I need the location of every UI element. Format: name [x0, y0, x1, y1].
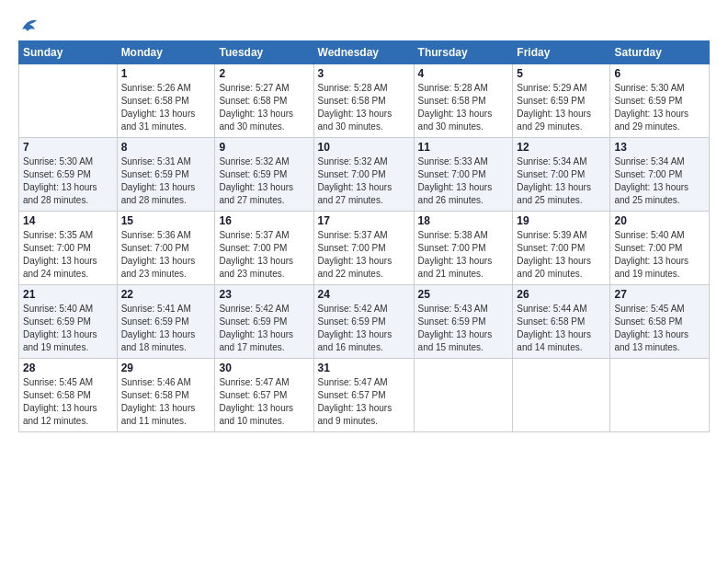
day-number: 13 — [614, 141, 705, 154]
day-info: Sunrise: 5:33 AM Sunset: 7:00 PM Dayligh… — [418, 155, 509, 207]
calendar-cell — [513, 359, 610, 432]
day-info: Sunrise: 5:35 AM Sunset: 7:00 PM Dayligh… — [23, 229, 113, 281]
calendar-cell: 31Sunrise: 5:47 AM Sunset: 6:57 PM Dayli… — [313, 359, 414, 432]
day-number: 22 — [121, 288, 211, 301]
calendar-cell: 26Sunrise: 5:44 AM Sunset: 6:58 PM Dayli… — [513, 285, 610, 359]
day-info: Sunrise: 5:30 AM Sunset: 6:59 PM Dayligh… — [23, 155, 113, 207]
day-info: Sunrise: 5:37 AM Sunset: 7:00 PM Dayligh… — [318, 229, 410, 281]
day-info: Sunrise: 5:42 AM Sunset: 6:59 PM Dayligh… — [219, 303, 309, 354]
day-number: 7 — [23, 141, 113, 154]
calendar-cell: 6Sunrise: 5:30 AM Sunset: 6:59 PM Daylig… — [610, 64, 710, 138]
weekday-header-row: SundayMondayTuesdayWednesdayThursdayFrid… — [19, 41, 710, 64]
calendar-cell: 17Sunrise: 5:37 AM Sunset: 7:00 PM Dayli… — [313, 212, 414, 285]
calendar-cell — [19, 64, 118, 138]
day-number: 25 — [418, 288, 509, 301]
calendar-cell: 13Sunrise: 5:34 AM Sunset: 7:00 PM Dayli… — [610, 138, 710, 212]
day-info: Sunrise: 5:40 AM Sunset: 7:00 PM Dayligh… — [614, 229, 705, 281]
day-number: 6 — [614, 67, 705, 80]
day-number: 2 — [219, 67, 309, 80]
day-info: Sunrise: 5:47 AM Sunset: 6:57 PM Dayligh… — [219, 376, 309, 428]
calendar-cell: 27Sunrise: 5:45 AM Sunset: 6:58 PM Dayli… — [610, 285, 710, 359]
day-info: Sunrise: 5:43 AM Sunset: 6:59 PM Dayligh… — [418, 303, 509, 354]
day-number: 15 — [121, 214, 211, 227]
calendar-cell: 20Sunrise: 5:40 AM Sunset: 7:00 PM Dayli… — [610, 212, 710, 285]
week-row-3: 14Sunrise: 5:35 AM Sunset: 7:00 PM Dayli… — [19, 212, 710, 285]
day-info: Sunrise: 5:41 AM Sunset: 6:59 PM Dayligh… — [121, 303, 211, 354]
calendar-cell: 21Sunrise: 5:40 AM Sunset: 6:59 PM Dayli… — [19, 285, 118, 359]
day-number: 10 — [318, 141, 410, 154]
logo-text — [18, 17, 39, 33]
day-number: 18 — [418, 214, 509, 227]
weekday-header-tuesday: Tuesday — [215, 41, 313, 64]
calendar-cell: 5Sunrise: 5:29 AM Sunset: 6:59 PM Daylig… — [513, 64, 610, 138]
calendar-cell: 22Sunrise: 5:41 AM Sunset: 6:59 PM Dayli… — [117, 285, 215, 359]
day-number: 3 — [318, 67, 410, 80]
weekday-header-thursday: Thursday — [414, 41, 513, 64]
calendar-table: SundayMondayTuesdayWednesdayThursdayFrid… — [18, 40, 710, 432]
calendar-header: SundayMondayTuesdayWednesdayThursdayFrid… — [19, 41, 710, 64]
day-info: Sunrise: 5:29 AM Sunset: 6:59 PM Dayligh… — [517, 82, 606, 133]
day-number: 16 — [219, 214, 309, 227]
day-info: Sunrise: 5:45 AM Sunset: 6:58 PM Dayligh… — [614, 303, 705, 354]
day-info: Sunrise: 5:27 AM Sunset: 6:58 PM Dayligh… — [219, 82, 309, 133]
calendar-cell: 15Sunrise: 5:36 AM Sunset: 7:00 PM Dayli… — [117, 212, 215, 285]
weekday-header-friday: Friday — [513, 41, 610, 64]
header — [18, 17, 710, 31]
day-number: 17 — [318, 214, 410, 227]
calendar-cell: 28Sunrise: 5:45 AM Sunset: 6:58 PM Dayli… — [19, 359, 118, 432]
day-info: Sunrise: 5:34 AM Sunset: 7:00 PM Dayligh… — [517, 155, 606, 207]
day-number: 27 — [614, 288, 705, 301]
day-number: 1 — [121, 67, 211, 80]
day-number: 23 — [219, 288, 309, 301]
day-number: 4 — [418, 67, 509, 80]
day-info: Sunrise: 5:28 AM Sunset: 6:58 PM Dayligh… — [418, 82, 509, 133]
weekday-header-saturday: Saturday — [610, 41, 710, 64]
day-number: 8 — [121, 141, 211, 154]
weekday-header-monday: Monday — [117, 41, 215, 64]
day-info: Sunrise: 5:31 AM Sunset: 6:59 PM Dayligh… — [121, 155, 211, 207]
calendar-cell: 1Sunrise: 5:26 AM Sunset: 6:58 PM Daylig… — [117, 64, 215, 138]
day-info: Sunrise: 5:34 AM Sunset: 7:00 PM Dayligh… — [614, 155, 705, 207]
calendar-cell: 25Sunrise: 5:43 AM Sunset: 6:59 PM Dayli… — [414, 285, 513, 359]
day-info: Sunrise: 5:39 AM Sunset: 7:00 PM Dayligh… — [517, 229, 606, 281]
day-number: 29 — [121, 362, 211, 374]
calendar-cell: 24Sunrise: 5:42 AM Sunset: 6:59 PM Dayli… — [313, 285, 414, 359]
day-info: Sunrise: 5:38 AM Sunset: 7:00 PM Dayligh… — [418, 229, 509, 281]
calendar-cell: 4Sunrise: 5:28 AM Sunset: 6:58 PM Daylig… — [414, 64, 513, 138]
weekday-header-wednesday: Wednesday — [313, 41, 414, 64]
day-number: 12 — [517, 141, 606, 154]
logo — [18, 17, 39, 31]
day-info: Sunrise: 5:26 AM Sunset: 6:58 PM Dayligh… — [121, 82, 211, 133]
day-info: Sunrise: 5:44 AM Sunset: 6:58 PM Dayligh… — [517, 303, 606, 354]
weekday-header-sunday: Sunday — [19, 41, 118, 64]
day-number: 30 — [219, 362, 309, 374]
day-info: Sunrise: 5:28 AM Sunset: 6:58 PM Dayligh… — [318, 82, 410, 133]
calendar-cell — [414, 359, 513, 432]
calendar-cell: 29Sunrise: 5:46 AM Sunset: 6:58 PM Dayli… — [117, 359, 215, 432]
day-info: Sunrise: 5:46 AM Sunset: 6:58 PM Dayligh… — [121, 376, 211, 428]
day-number: 20 — [614, 214, 705, 227]
calendar-cell — [610, 359, 710, 432]
calendar-cell: 11Sunrise: 5:33 AM Sunset: 7:00 PM Dayli… — [414, 138, 513, 212]
calendar-cell: 7Sunrise: 5:30 AM Sunset: 6:59 PM Daylig… — [19, 138, 118, 212]
calendar-cell: 10Sunrise: 5:32 AM Sunset: 7:00 PM Dayli… — [313, 138, 414, 212]
calendar-cell: 9Sunrise: 5:32 AM Sunset: 6:59 PM Daylig… — [215, 138, 313, 212]
week-row-5: 28Sunrise: 5:45 AM Sunset: 6:58 PM Dayli… — [19, 359, 710, 432]
day-info: Sunrise: 5:37 AM Sunset: 7:00 PM Dayligh… — [219, 229, 309, 281]
calendar-cell: 2Sunrise: 5:27 AM Sunset: 6:58 PM Daylig… — [215, 64, 313, 138]
calendar-cell: 30Sunrise: 5:47 AM Sunset: 6:57 PM Dayli… — [215, 359, 313, 432]
day-info: Sunrise: 5:36 AM Sunset: 7:00 PM Dayligh… — [121, 229, 211, 281]
day-info: Sunrise: 5:45 AM Sunset: 6:58 PM Dayligh… — [23, 376, 113, 428]
page: SundayMondayTuesdayWednesdayThursdayFrid… — [0, 0, 728, 563]
day-number: 9 — [219, 141, 309, 154]
logo-bird-icon — [20, 17, 39, 33]
week-row-4: 21Sunrise: 5:40 AM Sunset: 6:59 PM Dayli… — [19, 285, 710, 359]
day-info: Sunrise: 5:32 AM Sunset: 6:59 PM Dayligh… — [219, 155, 309, 207]
calendar-cell: 23Sunrise: 5:42 AM Sunset: 6:59 PM Dayli… — [215, 285, 313, 359]
day-number: 24 — [318, 288, 410, 301]
calendar-cell: 19Sunrise: 5:39 AM Sunset: 7:00 PM Dayli… — [513, 212, 610, 285]
day-number: 19 — [517, 214, 606, 227]
calendar-cell: 14Sunrise: 5:35 AM Sunset: 7:00 PM Dayli… — [19, 212, 118, 285]
day-info: Sunrise: 5:30 AM Sunset: 6:59 PM Dayligh… — [614, 82, 705, 133]
day-number: 26 — [517, 288, 606, 301]
